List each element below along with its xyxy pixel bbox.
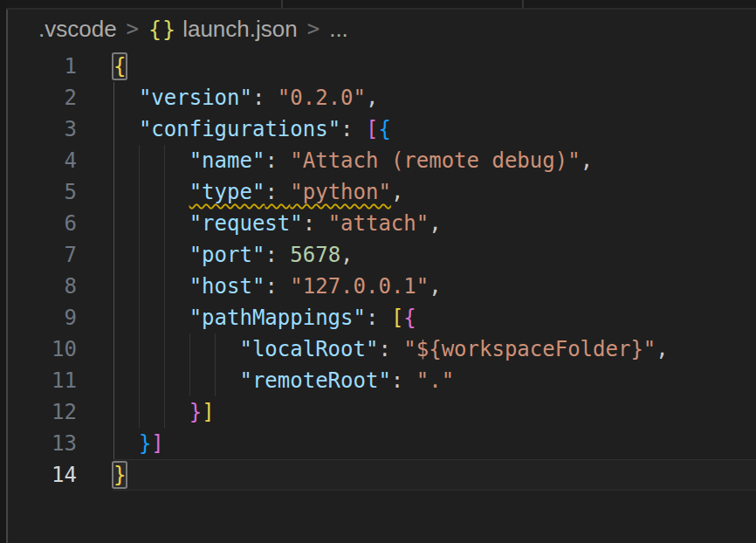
token-number: 5678 (290, 243, 340, 267)
indent-guide (164, 365, 189, 396)
line-number[interactable]: 11 (0, 365, 77, 396)
token-string: "127.0.0.1" (290, 274, 429, 299)
editor-group-border (6, 10, 8, 543)
indent-guide (139, 271, 164, 302)
token-punct: : (265, 243, 290, 267)
token-punct: , (656, 337, 668, 361)
indent-guide (164, 208, 189, 239)
code-line-8[interactable]: 8"host": "127.0.0.1", (0, 271, 756, 302)
line-number[interactable]: 3 (0, 113, 77, 145)
code-line-3[interactable]: 3"configurations": [{ (0, 113, 756, 145)
indent-guide (139, 145, 164, 176)
token-punct: : (340, 117, 366, 141)
code-line-10[interactable]: 10"localRoot": "${workspaceFolder}", (0, 333, 756, 365)
token-punct: : (391, 368, 416, 393)
indent-guide (164, 145, 189, 176)
code-line-5[interactable]: 5"type": "python", (0, 176, 756, 208)
token-punct: , (391, 180, 403, 204)
line-number[interactable]: 10 (0, 333, 77, 365)
token-punct: , (429, 211, 441, 236)
line-number[interactable]: 4 (0, 145, 77, 176)
code-line-content: "name": "Attach (remote debug)", (113, 145, 756, 176)
indent-guide (164, 302, 189, 333)
bracket-match: { (113, 54, 126, 79)
code-line-14[interactable]: 14} (0, 459, 756, 491)
breadcrumb-item-folder[interactable]: .vscode (38, 16, 117, 43)
code-line-9[interactable]: 9"pathMappings": [{ (0, 302, 756, 333)
code-line-content: } (113, 459, 756, 491)
code-line-2[interactable]: 2"version": "0.2.0", (0, 82, 756, 113)
indent-guide (164, 176, 189, 208)
line-number[interactable]: 8 (0, 271, 77, 302)
tab-separator (522, 0, 524, 8)
token-bracket1: [ (391, 306, 403, 330)
token-bracket3: { (378, 117, 390, 141)
token-bracket2: ] (151, 431, 163, 456)
token-key: "localRoot" (239, 337, 378, 361)
line-number[interactable]: 1 (0, 51, 77, 82)
token-punct: : (378, 337, 403, 361)
line-number[interactable]: 5 (0, 176, 77, 208)
window-left-edge (0, 0, 6, 543)
token-string: "${workspaceFolder}" (403, 337, 656, 361)
token-bracket3: } (139, 431, 151, 456)
line-number[interactable]: 12 (0, 396, 77, 428)
indent-guide (113, 396, 139, 428)
line-number[interactable]: 2 (0, 82, 77, 113)
token-string: "." (416, 368, 454, 393)
indent-guide (164, 239, 189, 271)
indent-guide (139, 365, 164, 396)
code-line-13[interactable]: 13}] (0, 428, 756, 459)
line-number[interactable]: 14 (0, 459, 77, 491)
indent-guide (113, 365, 139, 396)
indent-guide (139, 239, 164, 271)
code-line-content: { (113, 51, 756, 82)
line-number[interactable]: 9 (0, 302, 77, 333)
indent-guide (113, 302, 139, 333)
code-line-12[interactable]: 12}] (0, 396, 756, 428)
bracket-match: } (113, 463, 126, 487)
token-key: "configurations" (139, 117, 340, 141)
token-key: "pathMappings" (189, 306, 366, 330)
indent-guide (139, 333, 164, 365)
code-line-content: "pathMappings": [{ (113, 302, 756, 333)
indent-guide (113, 145, 139, 176)
breadcrumb-item-symbol[interactable]: ... (329, 16, 348, 43)
token-punct: : (252, 86, 278, 110)
code-line-content: "host": "127.0.0.1", (113, 271, 756, 302)
token-punct: , (340, 243, 353, 267)
token-key: "host" (189, 274, 265, 299)
indent-guide (113, 176, 139, 208)
token-bracket2: } (189, 400, 202, 424)
indent-guide (139, 302, 164, 333)
indent-guide (164, 333, 189, 365)
token-bracket2: [ (366, 117, 378, 141)
indent-guide (215, 333, 240, 365)
json-braces-icon: {} (148, 17, 176, 42)
token-bracket2: { (403, 306, 416, 330)
line-number[interactable]: 6 (0, 208, 77, 239)
tab-bar (0, 0, 756, 10)
indent-guide (113, 82, 139, 113)
indent-guide (139, 396, 164, 428)
indent-guide (189, 333, 215, 365)
token-punct: , (366, 86, 378, 110)
line-number[interactable]: 13 (0, 428, 77, 459)
breadcrumb: .vscode > {} launch.json > ... (0, 10, 756, 48)
code-line-content: "type": "python", (113, 176, 756, 208)
token-punct: , (581, 148, 593, 173)
code-line-6[interactable]: 6"request": "attach", (0, 208, 756, 239)
line-number[interactable]: 7 (0, 239, 77, 271)
code-line-1[interactable]: 1{ (0, 51, 756, 82)
breadcrumb-item-file[interactable]: launch.json (182, 16, 298, 43)
code-line-content: }] (113, 396, 756, 428)
code-line-content: "localRoot": "${workspaceFolder}", (113, 333, 756, 365)
code-line-7[interactable]: 7"port": 5678, (0, 239, 756, 271)
token-punct: : (265, 148, 290, 173)
code-line-content: }] (113, 428, 756, 459)
code-line-4[interactable]: 4"name": "Attach (remote debug)", (0, 145, 756, 176)
code-line-11[interactable]: 11"remoteRoot": "." (0, 365, 756, 396)
indent-guide (113, 239, 139, 271)
code-editor[interactable]: 1{2"version": "0.2.0",3"configurations":… (0, 48, 756, 491)
code-line-content: "remoteRoot": "." (113, 365, 756, 396)
